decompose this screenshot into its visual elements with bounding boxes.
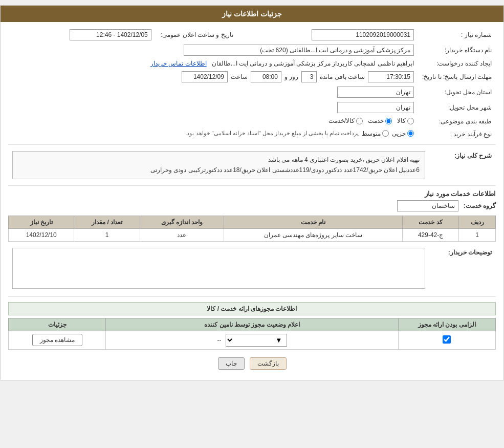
th-code: کد خدمت <box>402 216 459 228</box>
th-quantity: تعداد / مقدار <box>74 216 140 228</box>
purchase-type-row: جزیی متوسط پرداخت تمام یا بخشی از مبلغ خ… <box>8 128 418 141</box>
city-input: تهران <box>337 102 414 113</box>
category-kala-khedmat-option[interactable]: کالا/خدمت <box>328 117 363 124</box>
date-value: 1402/12/05 - 12:46 <box>8 27 156 42</box>
creator-value: ابراهیم ناظمی لفمچانی کاربرداز مرکز پزشک… <box>8 58 418 69</box>
province-label: استان محل تحویل: <box>418 84 496 100</box>
deadline-remaining-input: 17:30:15 <box>368 71 414 82</box>
table-row: 1 ج-42-429 ساخت سایر پروژه‌های مهندسی عم… <box>9 228 496 241</box>
category-kala-khedmat-radio[interactable] <box>356 118 363 124</box>
category-row: کالا خدمت کالا/خدمت <box>8 115 418 128</box>
need-number-input: 1102092019000031 <box>312 29 414 40</box>
category-label: طبقه بندی موضوعی: <box>418 115 496 128</box>
group-service-row: گروه خدمت: ساختمان <box>8 200 496 211</box>
permissions-table: الزامی بودن ارائه مجوز اعلام وضعیت مجوز … <box>8 318 496 350</box>
permission-status-value: -- <box>217 336 222 344</box>
contact-link[interactable]: اطلاعات تماس خریدار <box>150 60 207 67</box>
permission-status-select[interactable]: ▼ <box>226 334 287 347</box>
description-content: تهیه اقلام اعلان حریق ،خرید بصورت اعتبار… <box>8 149 429 181</box>
th-name: نام خدمت <box>224 216 403 228</box>
description-table: شرح کلی نیاز: تهیه اقلام اعلان حریق ،خری… <box>8 149 496 181</box>
separator3 <box>8 296 496 297</box>
buyer-org-value: مرکز پزشکی آموزشی و درمانی ایت ا...طالقا… <box>8 42 418 58</box>
purchase-jozi-label: جزیی <box>392 130 406 137</box>
creator-label: ایجاد کننده درخواست: <box>418 58 496 69</box>
description-line1: تهیه اقلام اعلان حریق ،خرید بصورت اعتبار… <box>18 155 420 165</box>
deadline-time-input: 08:00 <box>251 71 281 82</box>
category-khedmat-label: خدمت <box>368 117 384 124</box>
purchase-jozi-option[interactable]: جزیی <box>392 130 414 137</box>
main-content: شماره نیاز : 1102092019000031 تاریخ و سا… <box>1 22 503 380</box>
purchase-motavasset-option[interactable]: متوسط <box>362 130 389 137</box>
pth-details: جزئیات <box>9 318 106 331</box>
permission-details-cell: مشاهده مجوز <box>9 331 106 349</box>
city-label: شهر محل تحویل: <box>418 100 496 115</box>
notes-table: توضیحات خریدار: <box>8 246 496 292</box>
cell-code: ج-42-429 <box>402 228 459 241</box>
category-kala-khedmat-label: کالا/خدمت <box>328 117 355 124</box>
buyer-notes-cell <box>8 246 429 292</box>
services-title: اطلاعات خدمات مورد نیاز <box>8 190 496 198</box>
need-number-value: 1102092019000031 <box>237 27 418 42</box>
purchase-motavasset-label: متوسط <box>362 130 381 137</box>
buyer-notes-textarea[interactable] <box>12 248 425 289</box>
th-unit: واحد اندازه گیری <box>140 216 224 228</box>
province-input: تهران <box>337 87 414 98</box>
description-line2: 6عددبیل اعلان حریق/1742عدد ددکتور دودی/1… <box>18 165 420 175</box>
description-box: تهیه اقلام اعلان حریق ،خرید بصورت اعتبار… <box>12 151 425 179</box>
separator1 <box>8 144 496 145</box>
permission-status-cell: ▼ -- <box>106 331 398 349</box>
purchase-note: پرداخت تمام یا بخشی از مبلغ خریداز محل "… <box>185 130 359 137</box>
category-kala-option[interactable]: کالا <box>397 117 414 124</box>
category-kala-label: کالا <box>397 117 406 124</box>
category-khedmat-option[interactable]: خدمت <box>368 117 392 124</box>
buyer-notes-label: توضیحات خریدار: <box>448 249 492 256</box>
page-header: جزئیات اطلاعات نیاز <box>1 6 503 22</box>
date-input: 1402/12/05 - 12:46 <box>70 29 151 40</box>
category-khedmat-radio[interactable] <box>385 118 392 124</box>
group-label: گروه خدمت: <box>464 202 496 209</box>
deadline-label: مهلت ارسال پاسخ: تا تاریخ: <box>418 69 496 84</box>
back-button[interactable]: بازگشت <box>250 357 287 370</box>
th-row: ردیف <box>459 216 496 228</box>
creator-text: ابراهیم ناظمی لفمچانی کاربرداز مرکز پزشک… <box>212 60 414 67</box>
category-kala-radio[interactable] <box>407 118 414 124</box>
date-label: تاریخ و ساعت اعلان عمومی: <box>156 27 237 42</box>
permission-required-cell <box>398 331 495 349</box>
buyer-org-label: نام دستگاه خریدار: <box>418 42 496 58</box>
cell-unit: عدد <box>140 228 224 241</box>
deadline-time-label: ساعت <box>231 73 248 80</box>
deadline-remaining-label: ساعت باقی مانده <box>320 73 365 80</box>
cell-name: ساخت سایر پروژه‌های مهندسی عمران <box>224 228 403 241</box>
purchase-jozi-radio[interactable] <box>407 130 414 137</box>
deadline-day-label: روز و <box>284 73 298 80</box>
separator2 <box>8 185 496 186</box>
need-number-label: شماره نیاز : <box>418 27 496 42</box>
purchase-motavasset-radio[interactable] <box>382 130 389 137</box>
deadline-date-input: 1402/12/09 <box>182 71 228 82</box>
permissions-title: اطلاعات مجوزهای ارائه خدمت / کالا <box>8 302 496 315</box>
city-value: تهران <box>8 100 418 115</box>
deadline-row: 17:30:15 ساعت باقی مانده 3 روز و 08:00 س… <box>8 69 418 84</box>
purchase-type-label: نوع فرآیند خرید : <box>418 128 496 141</box>
form-table: شماره نیاز : 1102092019000031 تاریخ و سا… <box>8 27 496 140</box>
pth-required: الزامی بودن ارائه مجوز <box>398 318 495 331</box>
province-value: تهران <box>8 84 418 100</box>
cell-date: 1402/12/10 <box>9 228 74 241</box>
footer-buttons: بازگشت چاپ <box>8 350 496 375</box>
buyer-org-input: مرکز پزشکی آموزشی و درمانی ایت ا...طالقا… <box>184 45 414 56</box>
cell-row: 1 <box>459 228 496 241</box>
cell-quantity: 1 <box>74 228 140 241</box>
permission-required-checkbox[interactable] <box>443 335 451 344</box>
services-table: ردیف کد خدمت نام خدمت واحد اندازه گیری ت… <box>8 216 496 242</box>
page-container: جزئیات اطلاعات نیاز شماره نیاز : 1102092… <box>0 5 504 380</box>
permissions-row: ▼ -- مشاهده مجوز <box>9 331 496 349</box>
pth-status: اعلام وضعیت مجوز توسط نامین کننده <box>106 318 398 331</box>
view-permission-button[interactable]: مشاهده مجوز <box>32 334 82 346</box>
group-value: ساختمان <box>397 200 458 211</box>
page-title: جزئیات اطلاعات نیاز <box>222 10 282 18</box>
description-label: شرح کلی نیاز: <box>454 152 492 159</box>
deadline-days-input: 3 <box>301 71 317 82</box>
th-date: تاریخ نیاز <box>9 216 74 228</box>
print-button[interactable]: چاپ <box>218 357 245 370</box>
